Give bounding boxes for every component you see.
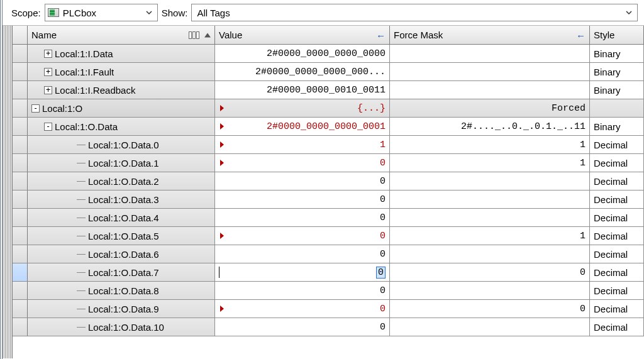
table-row[interactable]: Local:1:O.Data.900Decimal bbox=[13, 300, 644, 318]
style-cell[interactable]: Binary bbox=[590, 118, 644, 135]
table-row[interactable]: Local:1:O.Data.501Decimal bbox=[13, 227, 644, 245]
force-cell[interactable]: 1 bbox=[390, 227, 590, 245]
scope-combo[interactable]: PLCbox bbox=[45, 4, 158, 21]
table-row[interactable]: Local:1:O.Data.40Decimal bbox=[13, 209, 644, 227]
style-cell[interactable]: Decimal bbox=[590, 191, 644, 208]
force-cell[interactable]: 2#...._..0._.0.1._..11 bbox=[390, 118, 590, 135]
style-cell[interactable]: Decimal bbox=[590, 154, 644, 172]
force-cell[interactable]: 0 bbox=[390, 300, 590, 318]
value-cell[interactable]: {...} bbox=[215, 99, 390, 117]
force-cell[interactable] bbox=[390, 191, 590, 208]
row-gutter[interactable] bbox=[13, 154, 28, 172]
row-gutter[interactable] bbox=[13, 136, 28, 153]
row-gutter[interactable] bbox=[13, 191, 28, 208]
style-cell[interactable]: Binary bbox=[590, 63, 644, 80]
force-cell[interactable] bbox=[390, 45, 590, 62]
header-style[interactable]: Style bbox=[590, 26, 644, 44]
table-row[interactable]: -Local:1:O{...}Forced bbox=[13, 99, 644, 118]
row-gutter[interactable] bbox=[13, 172, 28, 190]
style-cell[interactable]: Decimal bbox=[590, 245, 644, 263]
column-options-icon[interactable] bbox=[189, 31, 199, 39]
table-row[interactable]: Local:1:O.Data.100Decimal bbox=[13, 318, 644, 336]
table-row[interactable]: Local:1:O.Data.700Decimal bbox=[13, 263, 644, 282]
name-cell[interactable]: -Local:1:O.Data bbox=[28, 118, 215, 135]
table-row[interactable]: -Local:1:O.Data2#0000_0000_0000_00012#..… bbox=[13, 118, 644, 136]
table-row[interactable]: +Local:1:I.Data2#0000_0000_0000_0000Bina… bbox=[13, 45, 644, 63]
style-cell[interactable]: Decimal bbox=[590, 263, 644, 281]
table-row[interactable]: Local:1:O.Data.60Decimal bbox=[13, 245, 644, 263]
value-cell[interactable]: 0 bbox=[215, 172, 390, 190]
force-cell[interactable]: Forced bbox=[390, 99, 590, 117]
name-cell[interactable]: Local:1:O.Data.6 bbox=[28, 245, 215, 263]
force-cell[interactable] bbox=[390, 318, 590, 336]
style-cell[interactable]: Decimal bbox=[590, 282, 644, 299]
name-cell[interactable]: +Local:1:I.Readback bbox=[28, 81, 215, 99]
table-row[interactable]: Local:1:O.Data.80Decimal bbox=[13, 282, 644, 300]
row-gutter[interactable] bbox=[13, 81, 28, 99]
name-cell[interactable]: Local:1:O.Data.7 bbox=[28, 263, 215, 281]
table-row[interactable]: +Local:1:I.Readback2#0000_0000_0010_0011… bbox=[13, 81, 644, 99]
force-cell[interactable] bbox=[390, 209, 590, 226]
style-cell[interactable]: Decimal bbox=[590, 136, 644, 153]
name-cell[interactable]: Local:1:O.Data.8 bbox=[28, 282, 215, 299]
value-cell[interactable]: 0 bbox=[215, 154, 390, 172]
name-cell[interactable]: Local:1:O.Data.9 bbox=[28, 300, 215, 318]
row-gutter[interactable] bbox=[13, 63, 28, 80]
force-cell[interactable]: 0 bbox=[390, 263, 590, 281]
row-gutter[interactable] bbox=[13, 99, 28, 117]
expand-icon[interactable]: + bbox=[44, 86, 52, 94]
row-gutter[interactable] bbox=[13, 118, 28, 135]
value-cell[interactable]: 1 bbox=[215, 136, 390, 153]
value-cell[interactable]: 0 bbox=[215, 191, 390, 208]
style-cell[interactable]: Binary bbox=[590, 81, 644, 99]
value-cell[interactable]: 0 bbox=[215, 282, 390, 299]
expand-icon[interactable]: + bbox=[44, 50, 52, 58]
value-cell[interactable]: 0 bbox=[215, 227, 390, 245]
name-cell[interactable]: Local:1:O.Data.3 bbox=[28, 191, 215, 208]
expand-icon[interactable]: + bbox=[44, 68, 52, 76]
row-gutter[interactable] bbox=[13, 263, 28, 281]
collapse-icon[interactable]: - bbox=[31, 104, 40, 113]
value-cell[interactable]: 0 bbox=[215, 209, 390, 226]
style-cell[interactable]: Decimal bbox=[590, 300, 644, 318]
name-cell[interactable]: Local:1:O.Data.2 bbox=[28, 172, 215, 190]
table-row[interactable]: Local:1:O.Data.30Decimal bbox=[13, 191, 644, 209]
force-cell[interactable]: 1 bbox=[390, 154, 590, 172]
row-gutter[interactable] bbox=[13, 227, 28, 245]
table-row[interactable]: Local:1:O.Data.011Decimal bbox=[13, 136, 644, 154]
row-gutter[interactable] bbox=[13, 318, 28, 336]
name-cell[interactable]: Local:1:O.Data.10 bbox=[28, 318, 215, 336]
name-cell[interactable]: Local:1:O.Data.4 bbox=[28, 209, 215, 226]
name-cell[interactable]: Local:1:O.Data.5 bbox=[28, 227, 215, 245]
style-cell[interactable] bbox=[590, 99, 644, 117]
table-row[interactable]: Local:1:O.Data.20Decimal bbox=[13, 172, 644, 191]
row-gutter[interactable] bbox=[13, 245, 28, 263]
name-cell[interactable]: +Local:1:I.Data bbox=[28, 45, 215, 62]
value-cell[interactable]: 0 bbox=[215, 263, 390, 281]
value-cell[interactable]: 0 bbox=[215, 300, 390, 318]
row-gutter[interactable] bbox=[13, 282, 28, 299]
name-cell[interactable]: Local:1:O.Data.1 bbox=[28, 154, 215, 172]
force-cell[interactable] bbox=[390, 282, 590, 299]
value-cell[interactable]: 2#0000_0000_0010_0011 bbox=[215, 81, 390, 99]
value-cell[interactable]: 2#0000_0000_0000_0000 bbox=[215, 45, 390, 62]
header-value[interactable]: Value ← bbox=[215, 26, 390, 44]
force-cell[interactable] bbox=[390, 63, 590, 80]
style-cell[interactable]: Decimal bbox=[590, 318, 644, 336]
value-cell[interactable]: 0 bbox=[215, 245, 390, 263]
name-cell[interactable]: Local:1:O.Data.0 bbox=[28, 136, 215, 153]
style-cell[interactable]: Binary bbox=[590, 45, 644, 62]
row-gutter[interactable] bbox=[13, 209, 28, 226]
value-cell[interactable]: 2#0000_0000_0000_0001 bbox=[215, 118, 390, 135]
force-cell[interactable] bbox=[390, 245, 590, 263]
collapse-icon[interactable]: - bbox=[44, 123, 52, 131]
name-cell[interactable]: -Local:1:O bbox=[28, 99, 215, 117]
show-combo[interactable]: All Tags bbox=[191, 4, 638, 21]
value-cell[interactable]: 2#0000_0000_0000_000... bbox=[215, 63, 390, 80]
value-cell[interactable]: 0 bbox=[215, 318, 390, 336]
header-name[interactable]: Name bbox=[28, 26, 215, 44]
style-cell[interactable]: Decimal bbox=[590, 172, 644, 190]
force-cell[interactable] bbox=[390, 81, 590, 99]
name-cell[interactable]: +Local:1:I.Fault bbox=[28, 63, 215, 80]
row-gutter[interactable] bbox=[13, 300, 28, 318]
